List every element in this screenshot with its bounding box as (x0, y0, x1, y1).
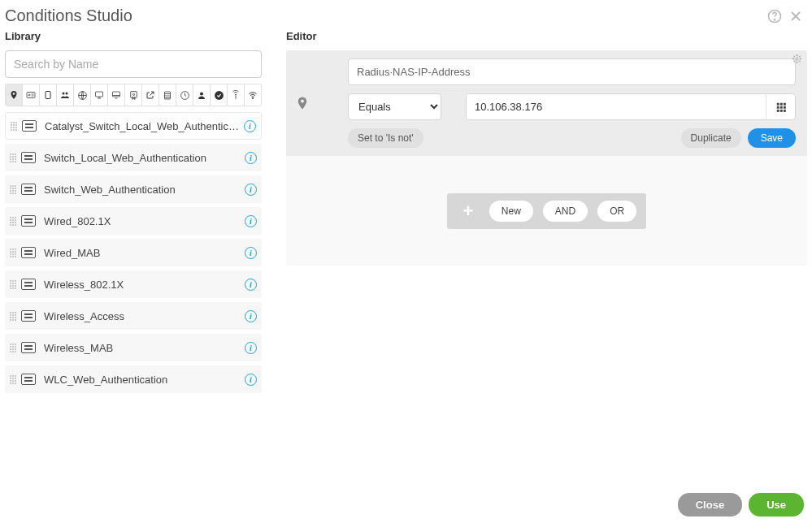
library-item-label: Wireless_Access (44, 310, 240, 322)
filter-clock-icon[interactable] (176, 84, 193, 106)
info-icon[interactable]: i (245, 184, 257, 196)
use-button[interactable]: Use (749, 493, 804, 517)
drag-handle-icon[interactable] (10, 214, 16, 228)
drag-handle-icon[interactable] (10, 182, 16, 197)
library-item-label: Wireless_MAB (44, 342, 240, 354)
svg-point-5 (63, 93, 65, 95)
library-item[interactable]: Wireless_802.1X i (5, 270, 262, 298)
library-item[interactable]: Catalyst_Switch_Local_Web_Authentication… (5, 112, 262, 140)
save-button[interactable]: Save (748, 128, 796, 148)
filter-device-icon[interactable] (40, 84, 57, 106)
filter-badge-icon[interactable] (23, 84, 40, 106)
svg-rect-26 (783, 109, 785, 111)
filter-desktop-icon[interactable] (108, 84, 125, 106)
library-item-label: WLC_Web_Authentication (44, 374, 240, 386)
svg-rect-24 (776, 109, 779, 111)
drag-handle-icon[interactable] (10, 372, 16, 387)
drag-handle-icon[interactable] (10, 150, 16, 165)
location-marker-icon (295, 94, 310, 112)
drag-handle-icon[interactable] (10, 340, 16, 355)
filter-check-icon[interactable] (211, 84, 228, 106)
svg-point-16 (253, 98, 254, 99)
filter-toolbar (5, 84, 262, 106)
drag-handle-icon[interactable] (10, 245, 16, 260)
svg-rect-21 (776, 106, 779, 108)
filter-user-icon[interactable] (193, 84, 211, 106)
library-item[interactable]: Wireless_MAB i (5, 334, 262, 361)
library-item[interactable]: WLC_Web_Authentication i (5, 365, 262, 393)
info-icon[interactable]: i (245, 152, 257, 164)
library-item[interactable]: Wireless_Access i (5, 302, 262, 330)
info-icon[interactable]: i (245, 374, 257, 386)
page-title: Conditions Studio (5, 6, 132, 25)
condition-type-icon (21, 247, 36, 258)
duplicate-button[interactable]: Duplicate (681, 128, 741, 148)
library-item[interactable]: Wired_802.1X i (5, 207, 262, 235)
svg-rect-4 (46, 92, 50, 99)
svg-point-15 (215, 91, 224, 100)
close-icon[interactable] (788, 8, 804, 24)
condition-type-icon (21, 342, 36, 353)
new-condition-button[interactable]: New (489, 201, 533, 222)
info-icon[interactable]: i (245, 310, 257, 322)
filter-certificate-icon[interactable] (125, 84, 142, 106)
filter-antenna-icon[interactable] (228, 84, 245, 106)
svg-point-3 (28, 94, 30, 96)
condition-type-icon (22, 120, 37, 132)
library-item[interactable]: Switch_Local_Web_Authentication i (5, 144, 262, 171)
svg-point-14 (200, 92, 203, 95)
svg-rect-23 (783, 106, 785, 108)
library-panel: Library Catalyst_Switch_Local_Web_Authen… (5, 30, 262, 393)
filter-group-icon[interactable] (57, 84, 74, 106)
info-icon[interactable]: i (245, 279, 257, 291)
logic-connector-bar: + New AND OR (447, 193, 646, 229)
info-icon[interactable]: i (245, 247, 257, 259)
drag-handle-icon[interactable] (11, 119, 17, 133)
svg-point-17 (796, 58, 798, 60)
svg-point-1 (774, 19, 775, 19)
svg-rect-10 (130, 91, 137, 97)
filter-monitor-icon[interactable] (91, 84, 108, 106)
svg-rect-22 (779, 106, 782, 108)
value-input[interactable] (467, 94, 766, 119)
condition-type-icon (21, 215, 36, 227)
library-item[interactable]: Switch_Web_Authentication i (5, 175, 262, 203)
svg-rect-8 (96, 92, 103, 97)
filter-external-icon[interactable] (142, 84, 159, 106)
drag-handle-icon[interactable] (10, 309, 16, 323)
svg-point-11 (132, 93, 134, 95)
svg-rect-9 (113, 92, 120, 97)
drag-handle-icon[interactable] (10, 277, 16, 292)
gear-icon[interactable] (792, 54, 802, 64)
filter-globe-icon[interactable] (74, 84, 91, 106)
info-icon[interactable]: i (245, 215, 257, 227)
filter-location-icon[interactable] (6, 84, 23, 106)
library-label: Library (5, 30, 262, 42)
filter-wifi-icon[interactable] (245, 84, 261, 106)
help-icon[interactable] (766, 8, 783, 24)
library-item-label: Wired_802.1X (44, 215, 240, 227)
condition-type-icon (21, 310, 36, 322)
and-button[interactable]: AND (543, 201, 588, 222)
svg-rect-18 (776, 102, 779, 105)
info-icon[interactable]: i (244, 120, 256, 132)
svg-rect-20 (783, 102, 785, 105)
plus-icon: + (457, 200, 480, 223)
library-item-label: Wired_MAB (44, 247, 240, 259)
library-item[interactable]: Wired_MAB i (5, 239, 262, 266)
condition-type-icon (21, 152, 36, 163)
svg-rect-19 (779, 102, 782, 105)
filter-database-icon[interactable] (159, 84, 176, 106)
attribute-field[interactable]: Radius·NAS-IP-Address (348, 58, 796, 85)
search-input[interactable] (5, 50, 262, 78)
close-button[interactable]: Close (678, 493, 742, 517)
operator-select[interactable]: Equals (348, 93, 441, 120)
or-button[interactable]: OR (597, 201, 636, 222)
library-item-label: Wireless_802.1X (44, 279, 240, 291)
grid-picker-icon[interactable] (766, 94, 795, 119)
info-icon[interactable]: i (245, 342, 257, 354)
set-is-not-button[interactable]: Set to 'Is not' (348, 128, 423, 148)
library-list: Catalyst_Switch_Local_Web_Authentication… (5, 112, 262, 393)
condition-type-icon (21, 184, 36, 195)
editor-panel: Editor Radius·NAS-IP-Address Equals (286, 30, 807, 393)
